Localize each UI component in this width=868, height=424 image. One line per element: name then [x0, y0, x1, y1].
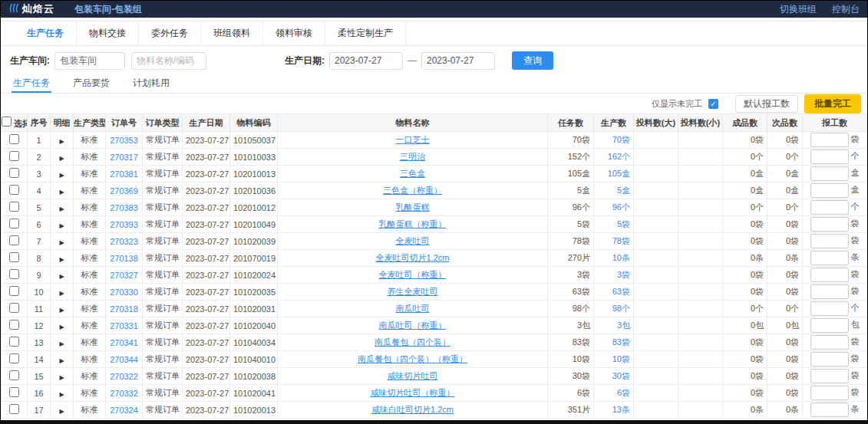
workshop-select[interactable]: 包装车间	[54, 52, 125, 70]
row-select-checkbox[interactable]	[9, 404, 19, 414]
row-select-checkbox[interactable]	[9, 320, 19, 330]
tab-柔性定制生产[interactable]: 柔性定制生产	[325, 21, 406, 45]
subtab-计划耗用[interactable]: 计划耗用	[131, 74, 171, 93]
material-name-link[interactable]: 咸味切片吐司（称重）	[371, 388, 455, 397]
order-no-link[interactable]: 270317	[106, 149, 143, 166]
material-name-link[interactable]: 乳酪蛋糕（称重）	[379, 219, 447, 228]
produced-qty-cell[interactable]: 6袋	[594, 385, 634, 402]
produced-qty-cell[interactable]: 5盒	[594, 182, 634, 199]
report-qty-input[interactable]	[810, 268, 849, 282]
report-qty-input[interactable]	[810, 217, 849, 232]
expand-arrow-icon[interactable]: ▶	[59, 138, 64, 145]
order-no-link[interactable]: 270393	[106, 216, 143, 233]
material-name-link[interactable]: 南瓜餐包（四个装）	[375, 337, 451, 347]
order-no-link[interactable]: 270381	[106, 166, 143, 182]
produced-qty-cell[interactable]: 70袋	[594, 132, 634, 149]
order-no-link[interactable]: 270341	[106, 334, 143, 351]
report-qty-input[interactable]	[810, 301, 849, 316]
report-qty-input[interactable]	[810, 369, 849, 383]
produced-qty-cell[interactable]: 63袋	[594, 284, 634, 301]
produced-qty-cell[interactable]: 78袋	[594, 233, 634, 250]
produced-qty-cell[interactable]: 5袋	[594, 216, 634, 233]
date-to-input[interactable]	[421, 52, 495, 70]
expand-arrow-icon[interactable]: ▶	[59, 340, 64, 347]
expand-arrow-icon[interactable]: ▶	[59, 307, 64, 314]
material-search-input[interactable]	[131, 52, 206, 70]
expand-arrow-icon[interactable]: ▶	[59, 391, 64, 398]
expand-arrow-icon[interactable]: ▶	[59, 374, 64, 381]
subtab-生产任务[interactable]: 生产任务	[12, 74, 51, 93]
default-report-qty-button[interactable]: 默认报工数	[735, 95, 798, 113]
produced-qty-cell[interactable]: 10袋	[594, 351, 634, 368]
date-from-input[interactable]	[329, 52, 403, 70]
produced-qty-cell[interactable]: 30袋	[594, 368, 634, 385]
tab-生产任务[interactable]: 生产任务	[15, 21, 77, 45]
report-qty-input[interactable]	[810, 133, 849, 147]
material-name-link[interactable]: 咸味切片吐司	[388, 371, 438, 380]
report-qty-input[interactable]	[810, 284, 849, 299]
search-button[interactable]: 查询	[512, 51, 553, 70]
produced-qty-cell[interactable]: 105盒	[594, 166, 634, 182]
select-all-checkbox[interactable]	[2, 117, 12, 127]
row-select-checkbox[interactable]	[9, 235, 19, 245]
row-select-checkbox[interactable]	[9, 219, 19, 228]
row-select-checkbox[interactable]	[9, 252, 19, 262]
order-no-link[interactable]: 270330	[106, 284, 143, 301]
order-no-link[interactable]: 270323	[106, 233, 143, 250]
material-name-link[interactable]: 三色盒（称重）	[383, 186, 442, 195]
tab-物料交接[interactable]: 物料交接	[77, 21, 139, 45]
material-name-link[interactable]: 三色盒	[400, 169, 425, 178]
report-qty-input[interactable]	[810, 318, 849, 333]
material-name-link[interactable]: 南瓜吐司	[396, 304, 430, 313]
row-select-checkbox[interactable]	[9, 269, 19, 279]
row-select-checkbox[interactable]	[9, 185, 19, 195]
material-name-link[interactable]: 全麦吐司切片1.2cm	[376, 253, 450, 262]
report-qty-input[interactable]	[810, 200, 849, 215]
row-select-checkbox[interactable]	[9, 134, 19, 144]
order-no-link[interactable]: 270318	[106, 301, 143, 317]
expand-arrow-icon[interactable]: ▶	[59, 189, 64, 196]
produced-qty-cell[interactable]: 10条	[594, 250, 634, 267]
report-qty-input[interactable]	[810, 166, 849, 181]
produced-qty-cell[interactable]: 162个	[594, 149, 634, 166]
expand-arrow-icon[interactable]: ▶	[59, 172, 64, 179]
material-name-link[interactable]: 养生全麦吐司	[388, 287, 438, 296]
expand-arrow-icon[interactable]: ▶	[59, 324, 64, 330]
subtab-产品要货[interactable]: 产品要货	[71, 74, 111, 93]
report-qty-input[interactable]	[810, 386, 849, 400]
report-qty-input[interactable]	[810, 352, 849, 366]
material-name-link[interactable]: 乳酪蛋糕	[396, 202, 430, 212]
produced-qty-cell[interactable]: 96个	[594, 199, 634, 216]
produced-qty-cell[interactable]: 3包	[594, 317, 634, 334]
switch-team-link[interactable]: 切换班组	[780, 3, 817, 16]
row-select-checkbox[interactable]	[9, 286, 19, 296]
expand-arrow-icon[interactable]: ▶	[59, 155, 64, 162]
material-name-link[interactable]: 咸味白吐司切片1.2cm	[371, 405, 454, 414]
expand-arrow-icon[interactable]: ▶	[59, 290, 64, 297]
expand-arrow-icon[interactable]: ▶	[59, 239, 64, 246]
produced-qty-cell[interactable]: 83袋	[594, 334, 634, 351]
order-no-link[interactable]: 270324	[106, 402, 143, 419]
batch-finish-button[interactable]: 批量完工	[804, 94, 861, 113]
tab-领料审核[interactable]: 领料审核	[263, 21, 325, 45]
material-name-link[interactable]: 三明治	[400, 152, 425, 161]
report-qty-input[interactable]	[810, 234, 849, 248]
report-qty-input[interactable]	[810, 403, 849, 417]
produced-qty-cell[interactable]: 3袋	[594, 267, 634, 284]
expand-arrow-icon[interactable]: ▶	[59, 205, 64, 212]
row-select-checkbox[interactable]	[9, 202, 19, 212]
expand-arrow-icon[interactable]: ▶	[59, 408, 64, 415]
row-select-checkbox[interactable]	[9, 387, 19, 397]
order-no-link[interactable]: 270353	[106, 132, 143, 149]
row-select-checkbox[interactable]	[9, 370, 19, 380]
expand-arrow-icon[interactable]: ▶	[59, 256, 64, 263]
show-unfinished-checkbox[interactable]: ✓	[708, 99, 718, 109]
row-select-checkbox[interactable]	[9, 168, 19, 178]
report-qty-input[interactable]	[810, 251, 849, 265]
order-no-link[interactable]: 270344	[106, 351, 143, 368]
material-name-link[interactable]: 一口芝士	[396, 135, 430, 144]
expand-arrow-icon[interactable]: ▶	[59, 357, 64, 364]
material-name-link[interactable]: 全麦吐司（称重）	[379, 270, 447, 279]
order-no-link[interactable]: 270383	[106, 199, 143, 216]
expand-arrow-icon[interactable]: ▶	[59, 273, 64, 280]
